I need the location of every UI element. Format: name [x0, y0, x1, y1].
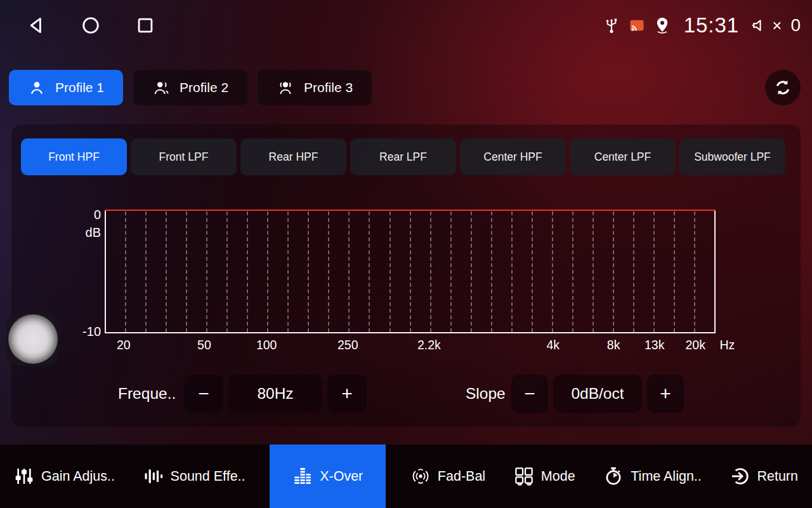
status-bar: 15:31 × 0	[0, 0, 812, 51]
gridline	[511, 211, 513, 332]
filter-tabs: Front HPF Front LPF Rear HPF Rear LPF Ce…	[21, 138, 785, 175]
nav-sound-effects[interactable]: Sound Effe..	[140, 444, 249, 508]
nav-gain-adjust[interactable]: Gain Adjus..	[10, 444, 119, 508]
gridline	[653, 211, 655, 332]
profile-label: Profile 3	[304, 80, 353, 95]
gridline	[247, 211, 248, 332]
gridline	[532, 211, 533, 332]
stopwatch-icon	[603, 466, 624, 486]
crossover-columns-icon	[292, 466, 313, 486]
y-axis-unit: dB	[74, 225, 101, 240]
frequency-value: 80Hz	[228, 375, 322, 413]
home-icon[interactable]	[80, 15, 102, 36]
tab-center-hpf[interactable]: Center HPF	[460, 138, 566, 175]
gridline	[572, 211, 573, 332]
profile-label: Profile 1	[55, 80, 104, 95]
gridline	[267, 211, 268, 332]
tab-front-lpf[interactable]: Front LPF	[131, 138, 237, 175]
gridline	[125, 211, 126, 332]
x-tick: 20k	[685, 338, 705, 352]
user-icon	[28, 79, 46, 97]
nav-label: Time Align..	[631, 469, 702, 485]
frequency-minus-button[interactable]: −	[184, 375, 223, 413]
location-icon	[653, 17, 671, 34]
speaker-waves-icon	[410, 466, 431, 486]
back-icon[interactable]	[25, 15, 47, 36]
gridline	[328, 211, 329, 332]
x-axis-labels: 20 50 100 250 2.2k 4k 8k 13k 20k Hz	[105, 338, 716, 357]
profile-3-button[interactable]: Profile 3	[258, 70, 372, 105]
tab-label: Rear HPF	[269, 150, 318, 164]
usb-icon	[603, 17, 620, 34]
gridline	[633, 211, 634, 332]
x-tick: 8k	[607, 338, 620, 352]
x-axis-unit: Hz	[719, 338, 735, 352]
android-nav-buttons	[25, 15, 156, 36]
tab-center-lpf[interactable]: Center LPF	[570, 138, 676, 175]
nav-mode[interactable]: Mode	[510, 444, 579, 508]
recents-icon[interactable]	[134, 15, 156, 36]
nav-x-over[interactable]: X-Over	[270, 444, 386, 508]
volume-muted-icon	[750, 17, 768, 34]
user-speaking-icon	[152, 79, 170, 97]
nav-label: X-Over	[320, 469, 363, 485]
profile-2-button[interactable]: Profile 2	[133, 70, 247, 105]
frequency-label: Freque..	[118, 375, 176, 413]
tab-rear-hpf[interactable]: Rear HPF	[240, 138, 346, 175]
x-tick: 50	[197, 338, 211, 352]
gridline	[226, 211, 228, 332]
gridline	[430, 211, 431, 332]
nav-label: Fad-Bal	[438, 469, 485, 485]
tab-label: Center LPF	[594, 150, 651, 164]
volume-mute-mark: ×	[772, 16, 782, 36]
gridline	[471, 211, 472, 332]
nav-label: Mode	[541, 469, 575, 485]
gridline	[450, 211, 452, 332]
slope-plus-button[interactable]: +	[647, 375, 684, 413]
gridline	[166, 211, 167, 332]
tab-rear-lpf[interactable]: Rear LPF	[350, 138, 456, 175]
gridline	[348, 211, 350, 332]
plot-area[interactable]: 0 dB -10	[105, 210, 716, 333]
refresh-icon	[773, 77, 793, 98]
nav-fad-bal[interactable]: Fad-Bal	[407, 444, 489, 508]
clock: 15:31	[684, 13, 740, 37]
x-tick: 20	[117, 338, 131, 352]
tab-front-hpf[interactable]: Front HPF	[21, 138, 127, 175]
profile-1-button[interactable]: Profile 1	[9, 70, 123, 105]
sync-reset-button[interactable]	[765, 70, 801, 105]
speaker-grid-icon	[514, 466, 534, 486]
gridline	[694, 211, 695, 332]
status-icons: 15:31 × 0	[603, 13, 801, 37]
y-tick-0: 0	[74, 208, 101, 222]
slope-minus-button[interactable]: −	[511, 375, 548, 413]
gridline	[593, 211, 594, 332]
frequency-plus-button[interactable]: +	[327, 375, 367, 413]
slope-value: 0dB/oct	[553, 375, 642, 413]
gridline	[491, 211, 492, 332]
gridline	[308, 211, 309, 332]
nav-time-align[interactable]: Time Align..	[599, 444, 705, 508]
nav-label: Return	[757, 469, 798, 485]
crossover-panel: Front HPF Front LPF Rear HPF Rear LPF Ce…	[11, 124, 801, 427]
x-tick: 100	[256, 338, 277, 352]
x-tick: 13k	[645, 338, 664, 352]
floating-knob-button[interactable]	[6, 312, 60, 366]
response-curve	[105, 210, 716, 211]
x-tick: 2.2k	[417, 338, 441, 352]
nav-label: Sound Effe..	[171, 469, 246, 485]
gridline	[287, 211, 289, 332]
tab-subwoofer-lpf[interactable]: Subwoofer LPF	[679, 138, 785, 175]
volume-level: 0	[790, 15, 801, 36]
y-tick-minus10: -10	[74, 324, 101, 339]
gridline	[613, 211, 614, 332]
nav-return[interactable]: Return	[726, 444, 802, 508]
x-tick: 4k	[547, 338, 560, 352]
gridline	[390, 211, 391, 332]
mixer-sliders-icon	[14, 466, 34, 486]
nav-label: Gain Adjus..	[41, 469, 115, 485]
tab-label: Subwoofer LPF	[694, 150, 771, 164]
gridline	[552, 211, 553, 332]
profile-bar: Profile 1 Profile 2 Profile 3	[9, 70, 801, 105]
tab-label: Front HPF	[48, 150, 100, 164]
